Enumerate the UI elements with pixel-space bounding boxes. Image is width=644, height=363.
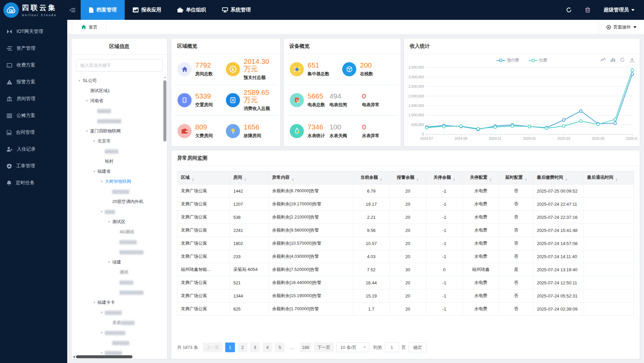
tree-scrollbar-thumb[interactable] [163, 80, 166, 142]
sort-carets-icon[interactable]: ▲▼ [565, 178, 567, 181]
tree-node[interactable]: 测试区域1 [73, 86, 167, 96]
tree-node[interactable]: ▇▇▇▇▇ [73, 187, 167, 197]
table-row[interactable]: 龙腾广场公寓2241余额剩余[9.560000]告警9.5620-1水电费否20… [177, 224, 634, 237]
legend-item-deduction[interactable]: 扣费 [529, 57, 548, 63]
tree-expand-caret-icon[interactable]: ▼ [84, 99, 90, 103]
trash-icon[interactable] [585, 7, 590, 13]
sidebar-item-3[interactable]: 收费方案 [0, 57, 67, 74]
table-row[interactable]: 福州琦鑫智能...采菊苑-6054余额剩余[7.520000]告警7.52300… [177, 263, 634, 276]
sidebar-item-7[interactable]: w合同管理 [0, 124, 67, 141]
tree-node[interactable]: ▼▇▇▇▇▇ [73, 308, 167, 318]
tree-node[interactable]: ▼北京市 [73, 136, 167, 146]
sort-carets-icon[interactable]: ▲▼ [244, 178, 246, 181]
page-button-2[interactable]: 2 [238, 342, 247, 352]
tree-node[interactable]: ▼测试区 [73, 217, 167, 227]
tree-node[interactable]: ▇▇▇▇ [73, 277, 167, 287]
refresh-icon[interactable] [566, 7, 572, 13]
sidebar-item-2[interactable]: 资产管理 [0, 40, 67, 57]
tree-node[interactable]: ▼▇▇▇▇▇▇ [73, 328, 167, 338]
tree-node[interactable]: ▇▇▇▇ [73, 146, 167, 156]
next-page-button[interactable]: 下一页 [314, 342, 334, 352]
tree-node[interactable]: ▼SL公司 [73, 76, 167, 86]
sort-carets-icon[interactable]: ▲▼ [489, 178, 492, 181]
bar-chart-toggle-icon[interactable] [611, 58, 615, 62]
column-header-3[interactable]: 异常内容▲▼ [269, 171, 353, 185]
table-row[interactable]: 龙腾广场公寓1802余额剩余[10.570000]告警10.5720-1水电费否… [177, 237, 634, 250]
tree-node[interactable]: ▼福建卡卡 [73, 297, 167, 308]
user-menu[interactable]: 超级管理员 [604, 7, 635, 13]
tree-expand-caret-icon[interactable]: ▼ [84, 129, 90, 133]
goto-page-input[interactable] [385, 342, 399, 352]
column-header-5[interactable]: 报警余额▲▼ [390, 171, 426, 185]
chart-download-icon[interactable] [630, 58, 634, 62]
sort-carets-icon[interactable]: ▲▼ [453, 178, 455, 181]
tree-node[interactable]: ▇▇▇▇ [73, 106, 167, 116]
tree-node[interactable]: ▼大树智物联网 [73, 176, 167, 187]
sidebar-item-8[interactable]: 入住记录 [0, 141, 67, 158]
column-header-9[interactable]: 最后缴费时间▲▼ [533, 171, 583, 185]
column-header-8[interactable]: 延时配置▲▼ [499, 171, 533, 185]
tree-expand-caret-icon[interactable]: ▼ [98, 311, 105, 314]
column-header-6[interactable]: 关停余额▲▼ [426, 171, 463, 185]
table-row[interactable]: 龙腾广场公寓1344余额剩余[15.190000]告警15.1920-1水电费否… [177, 289, 634, 302]
tree-node[interactable]: ▇▇▇▇▇ [73, 237, 167, 247]
nav-item-4[interactable]: 系统管理 [214, 0, 259, 20]
page-size-select[interactable]: 10 条/页 [336, 342, 369, 352]
column-header-1[interactable]: 区域▲▼ [177, 171, 230, 185]
column-header-4[interactable]: 当前余额▲▼ [353, 171, 390, 185]
sidebar-item-9[interactable]: 工单管理 [0, 158, 67, 174]
tree-node[interactable]: ▼河南省 [73, 96, 167, 106]
sidebar-item-6[interactable]: 公摊方案 [0, 107, 67, 124]
page-button-4[interactable]: 4 [263, 342, 272, 352]
tree-expand-caret-icon[interactable]: ▼ [76, 79, 83, 82]
chart-refresh-icon[interactable] [620, 57, 625, 62]
income-chart[interactable]: 0500,0001,000,0001,500,0002,000,0002,500… [404, 63, 640, 146]
tree-expand-caret-icon[interactable]: ▼ [106, 220, 112, 224]
page-button-1[interactable]: 1 [225, 342, 235, 352]
page-button-3[interactable]: 3 [250, 342, 260, 352]
tree-node[interactable]: 龙岩▇▇▇▇ [73, 318, 167, 328]
tree-expand-caret-icon[interactable]: ▼ [98, 210, 105, 213]
tree-expand-caret-icon[interactable]: ▼ [91, 170, 97, 173]
page-button-last[interactable]: 188 [300, 342, 311, 352]
legend-item-prepaid[interactable]: 预付费 [496, 57, 519, 63]
tree-vertical-scrollbar[interactable]: ▲ [163, 76, 166, 354]
tree-expand-caret-icon[interactable]: ▼ [98, 180, 105, 183]
table-row[interactable]: 龙腾广场公寓233余额剩余[4.030000]告警4.0320-1水电费否202… [177, 250, 634, 263]
tree-node[interactable]: ▇▇▇▇▇▇▇ [73, 247, 167, 257]
tree-node[interactable]: 4G测试 [73, 227, 167, 237]
tree-node[interactable]: 测试 [73, 267, 167, 277]
tab-home[interactable]: 首页 [72, 20, 107, 34]
table-row[interactable]: 龙腾广场公寓538余额剩余[2.210000]告警2.2120-1水电费否202… [177, 211, 634, 224]
sidebar-item-1[interactable]: IOT网关管理 [0, 23, 67, 40]
sort-carets-icon[interactable]: ▲▼ [192, 178, 194, 181]
sidebar-item-5[interactable]: 房间管理 [0, 90, 67, 107]
nav-item-2[interactable]: 报表应用 [125, 0, 169, 20]
tree-expand-caret-icon[interactable]: ▼ [106, 260, 112, 264]
sort-carets-icon[interactable]: ▲▼ [416, 178, 419, 181]
nav-item-3[interactable]: 单位组织 [169, 0, 214, 20]
tree-node[interactable]: ▼厦门四联物联网 [73, 126, 167, 136]
sort-carets-icon[interactable]: ▲▼ [525, 178, 527, 181]
tree-filter-input[interactable] [76, 59, 163, 72]
column-header-2[interactable]: 房间▲▼ [230, 171, 269, 185]
tree-expand-caret-icon[interactable]: ▼ [98, 351, 105, 355]
tree-node[interactable]: ▼绿建 [73, 257, 167, 267]
tree-node[interactable]: 20层空调内外机 [73, 197, 167, 207]
table-row[interactable]: 龙腾广场公寓1207余额剩余[19.170000]告警19.1720-1水电费否… [177, 198, 634, 211]
page-button-5[interactable]: 5 [275, 342, 285, 352]
nav-item-1[interactable]: 档案管理 [81, 0, 125, 20]
prev-page-button[interactable]: 上一页 [203, 342, 223, 352]
table-row[interactable]: 龙腾广场公寓521余额剩余[16.440000]告警16.4420-1水电费否2… [177, 276, 634, 289]
page-ellipsis[interactable]: ... [287, 345, 297, 350]
collapse-sidebar-icon[interactable] [69, 8, 75, 12]
table-row[interactable]: 龙腾广场公寓625余额剩余[1.700000]告警1.720-1水电费否2025… [177, 302, 634, 316]
scroll-left-arrow-icon[interactable] [73, 356, 75, 358]
goto-confirm-button[interactable]: 确定 [409, 342, 427, 352]
column-header-7[interactable]: 关停配置▲▼ [462, 171, 499, 185]
table-row[interactable]: 龙腾广场公寓1442余额剩余[6.790000]告警6.7920-1水电费否20… [177, 185, 634, 198]
line-chart-toggle-icon[interactable] [601, 58, 606, 62]
sidebar-item-10[interactable]: 定时任务 [0, 174, 67, 191]
tree-node[interactable]: ▇▇▇▇▇ [73, 338, 167, 348]
sort-carets-icon[interactable]: ▲▼ [615, 178, 618, 181]
